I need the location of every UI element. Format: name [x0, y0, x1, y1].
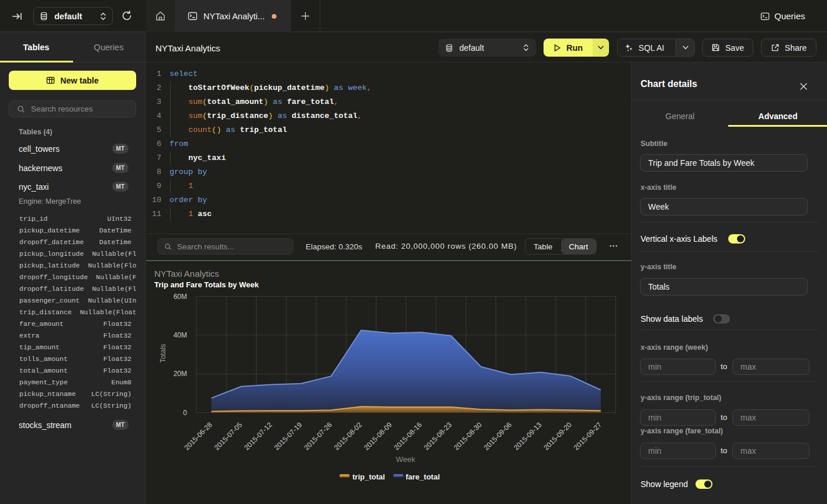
svg-text:2015-07-19: 2015-07-19 — [272, 420, 304, 452]
svg-text:2015-08-09: 2015-08-09 — [362, 420, 394, 452]
svg-text:2015-09-06: 2015-09-06 — [482, 420, 514, 452]
svg-text:0: 0 — [183, 409, 187, 417]
svg-text:trip_total: trip_total — [352, 472, 385, 481]
svg-text:2015-07-05: 2015-07-05 — [213, 420, 244, 452]
svg-text:Week: Week — [396, 455, 416, 464]
svg-text:2015-09-13: 2015-09-13 — [512, 420, 544, 452]
svg-text:2015-08-30: 2015-08-30 — [452, 420, 484, 452]
svg-text:2015-08-16: 2015-08-16 — [392, 420, 424, 452]
svg-text:2015-09-27: 2015-09-27 — [572, 420, 604, 452]
svg-text:20M: 20M — [174, 370, 187, 378]
svg-text:2015-09-20: 2015-09-20 — [542, 420, 573, 452]
svg-text:2015-07-26: 2015-07-26 — [302, 420, 334, 452]
svg-text:fare_total: fare_total — [406, 472, 440, 481]
svg-text:Totals: Totals — [159, 344, 167, 363]
svg-text:2015-08-02: 2015-08-02 — [333, 420, 364, 452]
svg-text:2015-06-28: 2015-06-28 — [182, 420, 214, 452]
svg-text:2015-08-23: 2015-08-23 — [422, 420, 454, 452]
svg-text:60M: 60M — [174, 293, 187, 301]
svg-text:2015-07-12: 2015-07-12 — [243, 420, 274, 452]
svg-text:40M: 40M — [174, 331, 187, 339]
